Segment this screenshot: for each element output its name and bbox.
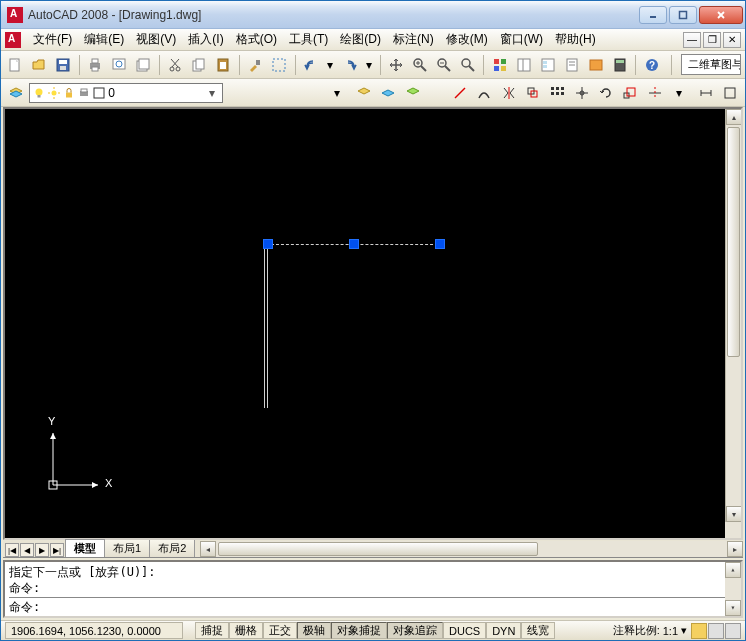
cmd-scroll-down[interactable]: ▾ xyxy=(725,600,741,616)
trim-tool-button[interactable] xyxy=(644,82,665,104)
osnap-toggle[interactable]: 对象捕捉 xyxy=(331,622,387,639)
paste-button[interactable] xyxy=(213,54,234,76)
menu-edit[interactable]: 编辑(E) xyxy=(78,29,130,50)
mirror-tool-button[interactable] xyxy=(498,82,519,104)
markup-button[interactable] xyxy=(585,54,606,76)
scroll-left-button[interactable]: ◂ xyxy=(200,541,216,557)
new-button[interactable] xyxy=(5,54,26,76)
ducs-toggle[interactable]: DUCS xyxy=(443,622,486,639)
dyn-toggle[interactable]: DYN xyxy=(486,622,521,639)
tab-nav-last[interactable]: ▶| xyxy=(50,543,64,557)
menu-dimension[interactable]: 标注(N) xyxy=(387,29,440,50)
horizontal-scroll-thumb[interactable] xyxy=(218,542,538,556)
open-button[interactable] xyxy=(29,54,50,76)
command-window[interactable]: 指定下一点或 [放弃(U)]: 命令: 命令: ▴ ▾ xyxy=(3,560,743,618)
zoom-realtime-button[interactable] xyxy=(409,54,430,76)
grip-start[interactable] xyxy=(263,239,273,249)
grid-toggle[interactable]: 栅格 xyxy=(229,622,263,639)
menu-draw[interactable]: 绘图(D) xyxy=(334,29,387,50)
move-tool-button[interactable] xyxy=(571,82,592,104)
cut-button[interactable] xyxy=(165,54,186,76)
polar-toggle[interactable]: 极轴 xyxy=(297,622,331,639)
maximize-button[interactable] xyxy=(669,6,697,24)
coordinates-panel[interactable]: 1906.1694, 1056.1230, 0.0000 xyxy=(5,622,183,639)
tab-nav-first[interactable]: |◀ xyxy=(5,543,19,557)
mdi-minimize-button[interactable]: — xyxy=(683,32,701,48)
menu-help[interactable]: 帮助(H) xyxy=(549,29,602,50)
menu-insert[interactable]: 插入(I) xyxy=(182,29,229,50)
scroll-up-button[interactable]: ▴ xyxy=(726,109,742,125)
annotation-autoscale-icon[interactable] xyxy=(708,623,724,639)
scale-dropdown-icon[interactable]: ▾ xyxy=(681,624,687,637)
zoom-window-button[interactable] xyxy=(433,54,454,76)
ortho-toggle[interactable]: 正交 xyxy=(263,622,297,639)
annotation-visibility-icon[interactable] xyxy=(691,623,707,639)
menu-tools[interactable]: 工具(T) xyxy=(283,29,334,50)
layer-states-button[interactable] xyxy=(353,82,374,104)
measure-tool-button[interactable] xyxy=(695,82,716,104)
extend-tool-button[interactable]: ▾ xyxy=(668,82,689,104)
lwt-toggle[interactable]: 线宽 xyxy=(521,622,555,639)
tool-palettes-button[interactable] xyxy=(537,54,558,76)
snap-toggle[interactable]: 捕捉 xyxy=(195,622,229,639)
tab-nav-next[interactable]: ▶ xyxy=(35,543,49,557)
calculator-button[interactable] xyxy=(609,54,630,76)
vertical-scrollbar[interactable]: ▴ ▾ xyxy=(725,109,741,522)
tab-model[interactable]: 模型 xyxy=(65,539,105,557)
menu-file[interactable]: 文件(F) xyxy=(27,29,78,50)
command-scrollbar[interactable]: ▴ ▾ xyxy=(725,562,741,616)
tab-nav-prev[interactable]: ◀ xyxy=(20,543,34,557)
menu-window[interactable]: 窗口(W) xyxy=(494,29,549,50)
redo-button[interactable] xyxy=(339,54,360,76)
scroll-down-button[interactable]: ▾ xyxy=(726,506,742,522)
scroll-right-button[interactable]: ▸ xyxy=(727,541,743,557)
design-center-button[interactable] xyxy=(513,54,534,76)
layer-properties-button[interactable] xyxy=(5,82,26,104)
save-button[interactable] xyxy=(53,54,74,76)
help-button[interactable]: ? xyxy=(641,54,662,76)
line-tool-button[interactable] xyxy=(449,82,470,104)
layer-dropdown-icon[interactable]: ▾ xyxy=(205,86,219,100)
menu-modify[interactable]: 修改(M) xyxy=(440,29,494,50)
cmd-scroll-up[interactable]: ▴ xyxy=(725,562,741,578)
scale-tool-button[interactable] xyxy=(620,82,641,104)
menu-view[interactable]: 视图(V) xyxy=(130,29,182,50)
pan-button[interactable] xyxy=(385,54,406,76)
sheet-set-button[interactable] xyxy=(561,54,582,76)
offset-tool-button[interactable] xyxy=(522,82,543,104)
dimension-tool-button[interactable] xyxy=(720,82,741,104)
array-tool-button[interactable] xyxy=(547,82,568,104)
plot-preview-button[interactable] xyxy=(109,54,130,76)
layer-iso-button[interactable] xyxy=(378,82,399,104)
construction-line-button[interactable] xyxy=(474,82,495,104)
undo-dropdown[interactable]: ▾ xyxy=(325,54,336,76)
rotate-tool-button[interactable] xyxy=(595,82,616,104)
workspace-combo[interactable]: 二维草图与 xyxy=(681,54,741,75)
layer-previous-button[interactable]: ▾ xyxy=(326,82,347,104)
properties-button[interactable] xyxy=(489,54,510,76)
vertical-scroll-thumb[interactable] xyxy=(727,127,740,357)
grip-mid[interactable] xyxy=(349,239,359,249)
horizontal-scrollbar[interactable]: ◂ ▸ xyxy=(200,541,743,557)
menu-format[interactable]: 格式(O) xyxy=(230,29,283,50)
print-button[interactable] xyxy=(85,54,106,76)
redo-dropdown[interactable]: ▾ xyxy=(363,54,374,76)
annotation-scale-value[interactable]: 1:1 xyxy=(663,625,678,637)
close-button[interactable] xyxy=(699,6,743,24)
layer-match-button[interactable] xyxy=(402,82,423,104)
tab-layout2[interactable]: 布局2 xyxy=(149,539,195,557)
publish-button[interactable] xyxy=(133,54,154,76)
line-object-vertical[interactable] xyxy=(264,240,268,408)
grip-end[interactable] xyxy=(435,239,445,249)
match-properties-button[interactable] xyxy=(245,54,266,76)
block-editor-button[interactable] xyxy=(269,54,290,76)
mdi-close-button[interactable]: ✕ xyxy=(723,32,741,48)
tab-layout1[interactable]: 布局1 xyxy=(104,539,150,557)
mdi-restore-button[interactable]: ❐ xyxy=(703,32,721,48)
command-prompt[interactable]: 命令: xyxy=(9,599,737,615)
layer-combo[interactable]: 0 ▾ xyxy=(29,83,223,103)
minimize-button[interactable] xyxy=(639,6,667,24)
otrack-toggle[interactable]: 对象追踪 xyxy=(387,622,443,639)
zoom-previous-button[interactable] xyxy=(457,54,478,76)
tray-settings-icon[interactable] xyxy=(725,623,741,639)
